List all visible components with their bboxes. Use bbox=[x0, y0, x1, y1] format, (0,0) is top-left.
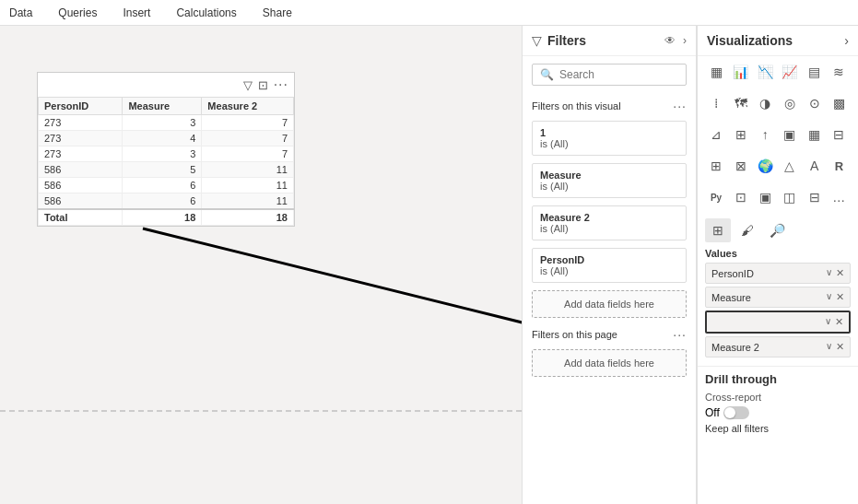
filters-visual-more-icon[interactable]: ··· bbox=[673, 99, 687, 113]
col-header-measure2: Measure 2 bbox=[202, 98, 294, 115]
viz-icon-card[interactable]: ▣ bbox=[779, 124, 801, 145]
viz-icon-map[interactable]: 🗺 bbox=[730, 93, 752, 113]
value-pill-empty[interactable]: ∨ ✕ bbox=[705, 311, 851, 334]
viz-icon-stacked-bar[interactable]: ▦ bbox=[705, 62, 727, 82]
table-cell: 586 bbox=[39, 178, 123, 193]
viz-icon-more[interactable]: … bbox=[828, 187, 850, 207]
value-pill-measure[interactable]: Measure ∨ ✕ bbox=[705, 287, 851, 308]
table-row: 586611 bbox=[39, 193, 294, 210]
col-header-personid: PersonID bbox=[39, 98, 123, 115]
pill-personid-chevron[interactable]: ∨ bbox=[826, 267, 832, 279]
value-pill-measure2[interactable]: Measure 2 ∨ ✕ bbox=[705, 336, 851, 357]
toggle-container[interactable]: Off bbox=[705, 406, 851, 419]
viz-icon-pie[interactable]: ◑ bbox=[754, 93, 776, 113]
more-options-icon[interactable]: ··· bbox=[274, 76, 288, 93]
filter-card-measure2[interactable]: Measure 2 is (All) bbox=[532, 205, 687, 240]
table-cell: 273 bbox=[39, 147, 123, 162]
viz-icon-waterfall[interactable]: ⊞ bbox=[730, 124, 752, 145]
viz-icon-area[interactable]: ▤ bbox=[804, 62, 826, 82]
table-row: 27337 bbox=[39, 115, 294, 131]
pill-measure2-icons: ∨ ✕ bbox=[826, 341, 844, 353]
pill-measure2-chevron[interactable]: ∨ bbox=[826, 341, 832, 353]
viz-icon-slicer[interactable]: ⊠ bbox=[730, 156, 752, 176]
viz-icon-funnel[interactable]: ⊿ bbox=[705, 124, 727, 145]
pill-measure-close[interactable]: ✕ bbox=[836, 291, 844, 303]
filters-header: ▽ Filters 👁 › bbox=[523, 26, 696, 56]
pill-empty-close[interactable]: ✕ bbox=[835, 316, 843, 328]
col-header-measure: Measure bbox=[123, 98, 202, 115]
viz-icon-matrix[interactable]: ⊞ bbox=[705, 156, 727, 176]
filters-page-more-icon[interactable]: ··· bbox=[673, 327, 687, 342]
viz-panel-expand-icon[interactable]: › bbox=[844, 33, 849, 48]
filters-on-visual-label: Filters on this visual ··· bbox=[523, 93, 696, 117]
filter-card-measure[interactable]: Measure is (All) bbox=[532, 163, 687, 198]
tab-fields[interactable]: ⊞ bbox=[705, 218, 731, 242]
table-cell: 273 bbox=[39, 115, 123, 131]
table-cell: 7 bbox=[202, 131, 294, 147]
toggle-track[interactable] bbox=[723, 406, 749, 419]
viz-icon-kpi[interactable]: ↑ bbox=[754, 124, 776, 145]
filter-card-measure-sub: is (All) bbox=[540, 181, 678, 192]
filter-card-personid[interactable]: PersonID is (All) bbox=[532, 248, 687, 283]
viz-icon-donut[interactable]: ◎ bbox=[779, 93, 801, 113]
filters-on-page-label: Filters on this page ··· bbox=[523, 322, 696, 346]
viz-panel-title: Visualizations bbox=[707, 33, 844, 48]
viz-icon-custom4[interactable]: ⊟ bbox=[804, 187, 826, 207]
value-pill-personid[interactable]: PersonID ∨ ✕ bbox=[705, 263, 851, 284]
add-data-visual-button[interactable]: Add data fields here bbox=[532, 290, 687, 318]
drill-through-section: Drill through Cross-report Off Keep all … bbox=[698, 366, 858, 440]
table-total-row: Total1818 bbox=[39, 209, 294, 226]
viz-icon-bar[interactable]: 📊 bbox=[730, 62, 752, 82]
table-cell: 6 bbox=[123, 193, 202, 210]
viz-icon-shape[interactable]: △ bbox=[779, 156, 801, 176]
tab-analytics[interactable]: 🔎 bbox=[764, 218, 790, 242]
viz-icon-grid-row5: Py ⊡ ▣ ◫ ⊟ … bbox=[698, 182, 858, 213]
menu-queries[interactable]: Queries bbox=[56, 3, 99, 23]
filter-card-measure-title: Measure bbox=[540, 170, 678, 181]
viz-icon-scatter[interactable]: ⁞ bbox=[705, 93, 727, 113]
chevron-right-icon[interactable]: › bbox=[683, 34, 687, 47]
viz-icon-treemap[interactable]: ▩ bbox=[828, 93, 850, 113]
viz-icon-custom2[interactable]: ▣ bbox=[754, 187, 776, 207]
viz-icon-custom1[interactable]: ⊡ bbox=[730, 187, 752, 207]
search-box[interactable]: 🔍 bbox=[532, 64, 687, 86]
viz-icon-gauge[interactable]: ⊙ bbox=[804, 93, 826, 113]
filter-card-1[interactable]: 1 is (All) bbox=[532, 121, 687, 156]
search-input[interactable] bbox=[559, 68, 678, 81]
search-icon: 🔍 bbox=[540, 68, 554, 81]
viz-icon-text[interactable]: A bbox=[804, 156, 826, 176]
pill-personid-close[interactable]: ✕ bbox=[836, 267, 844, 279]
pill-measure-label: Measure bbox=[711, 292, 751, 303]
viz-icon-multicard[interactable]: ▦ bbox=[804, 124, 826, 145]
viz-icon-ribbon[interactable]: ≋ bbox=[828, 62, 850, 82]
menu-calculations[interactable]: Calculations bbox=[174, 3, 238, 23]
viz-icon-grid-row4: ⊞ ⊠ 🌍 △ A R bbox=[698, 150, 858, 182]
viz-icon-py[interactable]: Py bbox=[705, 187, 727, 207]
viz-icon-bar2[interactable]: 📉 bbox=[754, 62, 776, 82]
menu-share[interactable]: Share bbox=[261, 3, 294, 23]
table-row: 586611 bbox=[39, 178, 294, 193]
pill-personid-icons: ∨ ✕ bbox=[826, 267, 844, 279]
viz-icon-r[interactable]: R bbox=[828, 156, 850, 176]
pill-empty-chevron[interactable]: ∨ bbox=[825, 316, 831, 328]
pill-personid-label: PersonID bbox=[711, 268, 754, 279]
eye-icon[interactable]: 👁 bbox=[664, 34, 676, 47]
viz-icon-filled-map[interactable]: 🌍 bbox=[754, 156, 776, 176]
cross-report-row: Cross-report bbox=[705, 392, 851, 403]
expand-icon[interactable]: ⊡ bbox=[258, 78, 268, 92]
table-cell: 3 bbox=[123, 115, 202, 131]
viz-icon-custom3[interactable]: ◫ bbox=[779, 187, 801, 207]
viz-icon-table[interactable]: ⊟ bbox=[828, 124, 850, 145]
tab-format[interactable]: 🖌 bbox=[735, 218, 760, 242]
menu-insert[interactable]: Insert bbox=[121, 3, 152, 23]
viz-icon-line[interactable]: 📈 bbox=[779, 62, 801, 82]
filter-icon[interactable]: ▽ bbox=[243, 78, 253, 92]
pill-measure2-close[interactable]: ✕ bbox=[836, 341, 844, 353]
table-cell: 273 bbox=[39, 131, 123, 147]
cross-report-label: Cross-report bbox=[705, 392, 761, 403]
pill-measure-chevron[interactable]: ∨ bbox=[826, 291, 832, 303]
menu-data[interactable]: Data bbox=[7, 3, 34, 23]
pill-empty-icons: ∨ ✕ bbox=[825, 316, 843, 328]
add-data-page-button[interactable]: Add data fields here bbox=[532, 349, 687, 377]
table-cell: 5 bbox=[123, 162, 202, 178]
